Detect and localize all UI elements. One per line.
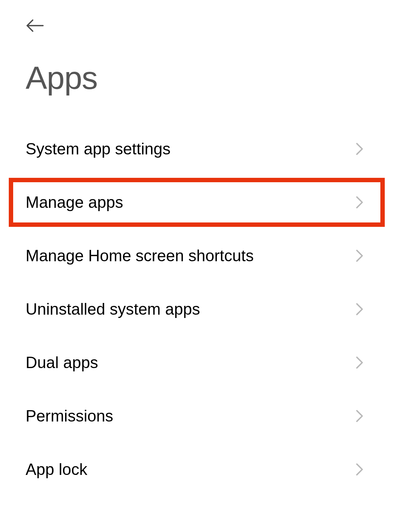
list-item-label: Uninstalled system apps [26, 300, 200, 318]
list-item-uninstalled-system-apps[interactable]: Uninstalled system apps [0, 282, 395, 336]
chevron-right-icon [356, 462, 364, 476]
chevron-right-icon [356, 195, 364, 209]
list-item-permissions[interactable]: Permissions [0, 389, 395, 443]
list-item-label: Manage apps [26, 193, 123, 211]
page-title: Apps [26, 59, 369, 97]
arrow-left-icon [26, 16, 45, 35]
list-item-app-lock[interactable]: App lock [0, 443, 395, 496]
list-item-label: System app settings [26, 140, 170, 158]
list-item-dual-apps[interactable]: Dual apps [0, 336, 395, 389]
list-item-label: Dual apps [26, 353, 98, 372]
chevron-right-icon [356, 356, 364, 370]
chevron-right-icon [356, 409, 364, 423]
back-button[interactable] [26, 15, 48, 37]
settings-list: System app settings Manage apps Manage H… [0, 122, 395, 496]
list-item-system-app-settings[interactable]: System app settings [0, 122, 395, 176]
list-item-label: Manage Home screen shortcuts [26, 247, 254, 265]
list-item-label: Permissions [26, 407, 113, 425]
list-item-manage-apps[interactable]: Manage apps [7, 176, 387, 229]
chevron-right-icon [356, 302, 364, 316]
list-item-manage-home-screen-shortcuts[interactable]: Manage Home screen shortcuts [0, 229, 395, 282]
list-item-label: App lock [26, 460, 87, 479]
header: Apps [0, 0, 395, 97]
chevron-right-icon [356, 249, 364, 263]
chevron-right-icon [356, 142, 364, 156]
